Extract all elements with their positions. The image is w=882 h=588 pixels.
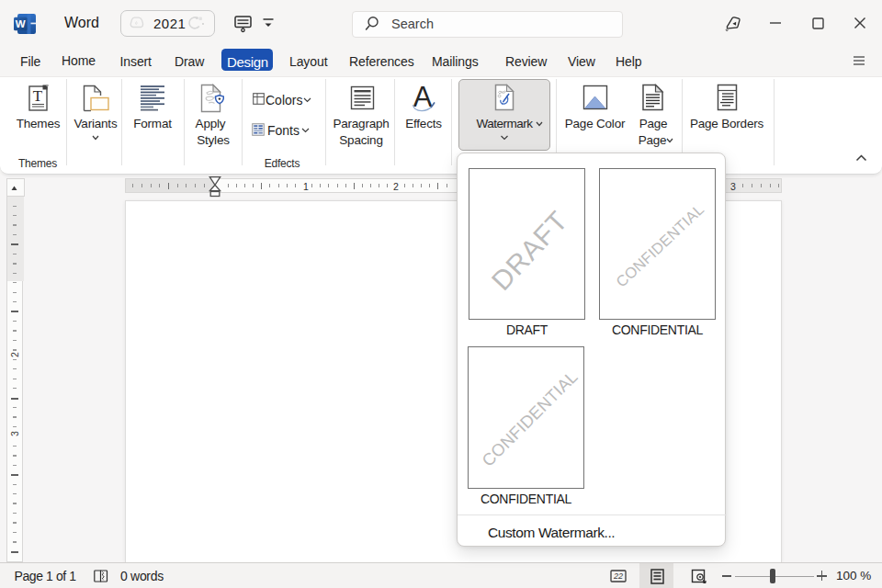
svg-text:22: 22 (613, 571, 623, 581)
svg-text:T: T (33, 87, 43, 105)
svg-text:W: W (16, 18, 26, 29)
